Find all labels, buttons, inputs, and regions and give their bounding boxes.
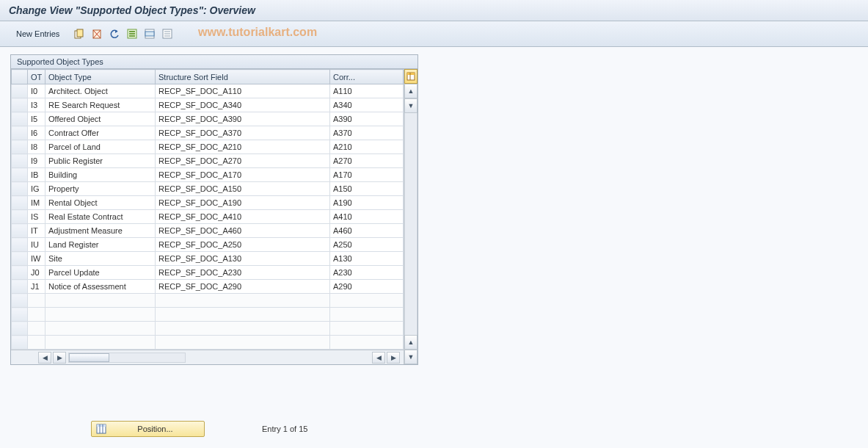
select-all-icon[interactable] [124, 26, 140, 42]
cell-corr[interactable]: A190 [330, 196, 404, 210]
scroll-up-icon[interactable]: ▲ [404, 84, 417, 98]
cell-structure[interactable]: RECP_SF_DOC_A190 [156, 196, 330, 210]
cell-corr[interactable]: A370 [330, 126, 404, 140]
cell-structure[interactable]: RECP_SF_DOC_A340 [156, 98, 330, 112]
cell-corr[interactable]: A460 [330, 224, 404, 238]
row-selector[interactable] [12, 154, 28, 168]
cell-ot[interactable]: I8 [28, 140, 45, 154]
cell-ot[interactable]: IU [28, 238, 45, 252]
cell-structure[interactable]: RECP_SF_DOC_A130 [156, 252, 330, 266]
cell-ot[interactable]: IT [28, 224, 45, 238]
cell-structure[interactable]: RECP_SF_DOC_A110 [156, 84, 330, 98]
cell-structure[interactable]: RECP_SF_DOC_A230 [156, 266, 330, 280]
cell-ot[interactable]: IG [28, 182, 45, 196]
cell-structure[interactable]: RECP_SF_DOC_A270 [156, 154, 330, 168]
cell-structure[interactable]: RECP_SF_DOC_A170 [156, 168, 330, 182]
column-header-object-type[interactable]: Object Type [45, 70, 156, 84]
cell-ot[interactable]: IS [28, 210, 45, 224]
table-row[interactable]: I9Public RegisterRECP_SF_DOC_A270A270 [12, 154, 404, 168]
row-selector[interactable] [12, 168, 28, 182]
cell-object-type[interactable]: Offered Object [45, 112, 156, 126]
cell-object-type[interactable]: Building [45, 168, 156, 182]
column-header-select[interactable] [12, 70, 28, 84]
table-row[interactable]: ITAdjustment MeasureRECP_SF_DOC_A460A460 [12, 224, 404, 238]
delete-icon[interactable] [89, 26, 105, 42]
scroll-down-icon[interactable]: ▼ [404, 98, 417, 113]
scroll-left-icon[interactable]: ◀ [38, 352, 51, 364]
cell-corr[interactable]: A150 [330, 182, 404, 196]
row-selector[interactable] [12, 140, 28, 154]
row-selector[interactable] [12, 98, 28, 112]
table-settings-icon[interactable] [404, 69, 417, 84]
cell-object-type[interactable]: Property [45, 182, 156, 196]
scroll-up2-icon[interactable]: ▲ [404, 335, 417, 350]
scroll-track-left[interactable] [68, 353, 186, 363]
scroll-thumb[interactable] [69, 353, 109, 362]
scroll-left2-icon[interactable]: ◀ [372, 352, 385, 364]
cell-corr[interactable]: A270 [330, 154, 404, 168]
cell-ot[interactable]: J1 [28, 280, 45, 294]
cell-corr[interactable]: A340 [330, 98, 404, 112]
cell-corr[interactable]: A230 [330, 266, 404, 280]
cell-corr[interactable]: A290 [330, 280, 404, 294]
cell-corr[interactable]: A210 [330, 140, 404, 154]
cell-corr[interactable]: A110 [330, 84, 404, 98]
cell-structure[interactable]: RECP_SF_DOC_A410 [156, 210, 330, 224]
cell-object-type[interactable]: Rental Object [45, 196, 156, 210]
row-selector[interactable] [12, 280, 28, 294]
cell-structure[interactable]: RECP_SF_DOC_A150 [156, 182, 330, 196]
row-selector[interactable] [12, 196, 28, 210]
cell-corr[interactable]: A410 [330, 210, 404, 224]
cell-structure[interactable]: RECP_SF_DOC_A460 [156, 224, 330, 238]
copy-as-icon[interactable] [71, 26, 87, 42]
cell-object-type[interactable]: Site [45, 252, 156, 266]
cell-ot[interactable]: I5 [28, 112, 45, 126]
select-block-icon[interactable] [142, 26, 158, 42]
scroll-down2-icon[interactable]: ▼ [404, 350, 417, 364]
row-selector[interactable] [12, 126, 28, 140]
cell-corr[interactable]: A170 [330, 168, 404, 182]
row-selector[interactable] [12, 266, 28, 280]
scroll-right-icon[interactable]: ▶ [53, 352, 66, 364]
table-row[interactable]: IULand RegisterRECP_SF_DOC_A250A250 [12, 238, 404, 252]
table-row[interactable]: ISReal Estate ContractRECP_SF_DOC_A410A4… [12, 210, 404, 224]
table-row[interactable]: J1Notice of AssessmentRECP_SF_DOC_A290A2… [12, 280, 404, 294]
row-selector[interactable] [12, 112, 28, 126]
deselect-all-icon[interactable] [159, 26, 175, 42]
cell-structure[interactable]: RECP_SF_DOC_A290 [156, 280, 330, 294]
cell-object-type[interactable]: Parcel Update [45, 266, 156, 280]
cell-ot[interactable]: I3 [28, 98, 45, 112]
table-row[interactable]: IGPropertyRECP_SF_DOC_A150A150 [12, 182, 404, 196]
row-selector[interactable] [12, 182, 28, 196]
table-row[interactable]: IMRental ObjectRECP_SF_DOC_A190A190 [12, 196, 404, 210]
cell-object-type[interactable]: Architect. Object [45, 84, 156, 98]
cell-ot[interactable]: IW [28, 252, 45, 266]
cell-structure[interactable]: RECP_SF_DOC_A250 [156, 238, 330, 252]
cell-structure[interactable]: RECP_SF_DOC_A210 [156, 140, 330, 154]
row-selector[interactable] [12, 210, 28, 224]
cell-structure[interactable]: RECP_SF_DOC_A390 [156, 112, 330, 126]
row-selector[interactable] [12, 84, 28, 98]
cell-structure[interactable]: RECP_SF_DOC_A370 [156, 126, 330, 140]
table-row[interactable]: I0Architect. ObjectRECP_SF_DOC_A110A110 [12, 84, 404, 98]
table-row[interactable]: I5Offered ObjectRECP_SF_DOC_A390A390 [12, 112, 404, 126]
cell-object-type[interactable]: Land Register [45, 238, 156, 252]
column-header-ot[interactable]: OT [28, 70, 45, 84]
cell-object-type[interactable]: Contract Offer [45, 126, 156, 140]
cell-ot[interactable]: J0 [28, 266, 45, 280]
cell-object-type[interactable]: Real Estate Contract [45, 210, 156, 224]
cell-ot[interactable]: IB [28, 168, 45, 182]
cell-object-type[interactable]: Adjustment Measure [45, 224, 156, 238]
cell-corr[interactable]: A130 [330, 252, 404, 266]
cell-object-type[interactable]: Notice of Assessment [45, 280, 156, 294]
cell-ot[interactable]: I9 [28, 154, 45, 168]
table-row[interactable]: I3RE Search RequestRECP_SF_DOC_A340A340 [12, 98, 404, 112]
table-row[interactable]: IWSiteRECP_SF_DOC_A130A130 [12, 252, 404, 266]
row-selector[interactable] [12, 252, 28, 266]
column-header-corr[interactable]: Corr... [330, 70, 404, 84]
cell-corr[interactable]: A390 [330, 112, 404, 126]
undo-icon[interactable] [106, 26, 123, 42]
table-row[interactable]: I8Parcel of LandRECP_SF_DOC_A210A210 [12, 140, 404, 154]
column-header-structure[interactable]: Structure Sort Field [156, 70, 330, 84]
cell-object-type[interactable]: Parcel of Land [45, 140, 156, 154]
